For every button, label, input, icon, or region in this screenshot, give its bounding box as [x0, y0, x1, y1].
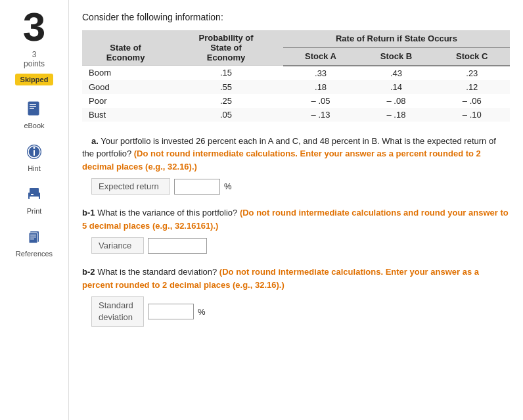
table-row: Good.55.18.14.12 [82, 80, 510, 94]
question-b2-label: b-2 [82, 267, 95, 277]
question-b2-body: What is the standard deviation? [97, 267, 219, 277]
data-table: State ofEconomy Probability ofState ofEc… [82, 30, 510, 122]
question-b1-body: What is the variance of this portfolio? [97, 208, 240, 218]
std-dev-input[interactable] [148, 304, 194, 319]
th-rate: Rate of Return if State Occurs [283, 30, 510, 47]
ebook-label: eBook [24, 122, 44, 129]
svg-rect-15 [30, 237, 36, 237]
main-content: Consider the following information: Stat… [69, 0, 523, 420]
variance-label: Variance [91, 237, 144, 254]
references-label: References [16, 250, 53, 258]
expected-return-label: Expected return [91, 178, 170, 195]
print-icon [24, 184, 45, 205]
expected-return-percent: % [224, 181, 232, 191]
question-b2-text: b-2 What is the standard deviation? (Do … [82, 266, 510, 291]
sidebar-item-references[interactable]: References [16, 227, 53, 258]
th-stock-c: Stock C [434, 47, 510, 65]
svg-rect-10 [30, 197, 39, 201]
th-stock-a: Stock A [283, 47, 359, 65]
th-stock-b: Stock B [358, 47, 434, 65]
svg-rect-14 [30, 235, 36, 235]
sidebar-item-hint[interactable]: Hint [24, 141, 45, 172]
svg-rect-8 [30, 188, 39, 193]
svg-rect-11 [31, 194, 34, 195]
intro-text: Consider the following information: [82, 12, 510, 22]
question-b1-answer-row: Variance [91, 237, 510, 254]
svg-rect-13 [29, 233, 37, 243]
variance-input[interactable] [148, 238, 207, 254]
table-row: Bust.05– .13– .18– .10 [82, 108, 510, 122]
table-row: Boom.15.33.43.23 [82, 66, 510, 80]
hint-label: Hint [28, 164, 41, 172]
svg-rect-7 [34, 150, 35, 156]
svg-rect-1 [30, 104, 36, 105]
copy-icon [24, 227, 45, 248]
sidebar-item-ebook[interactable]: eBook [24, 99, 45, 129]
table-row: Poor.25– .05– .08– .06 [82, 94, 510, 108]
hint-icon [24, 141, 45, 162]
svg-rect-16 [30, 239, 34, 239]
points-label: 3 [32, 50, 37, 59]
svg-rect-3 [30, 108, 34, 109]
question-b1-label: b-1 [82, 208, 95, 218]
sidebar-item-print[interactable]: Print [24, 184, 45, 215]
question-a-block: a. Your portfolio is invested 26 percent… [82, 135, 510, 195]
th-state: State ofEconomy [82, 30, 169, 66]
skipped-badge: Skipped [15, 74, 54, 85]
question-b2-answer-row: Standarddeviation % [91, 296, 510, 327]
sidebar: 3 3 points Skipped eBook [0, 0, 69, 420]
question-b1-text: b-1 What is the variance of this portfol… [82, 206, 510, 232]
svg-rect-2 [30, 106, 36, 107]
question-b1-block: b-1 What is the variance of this portfol… [82, 206, 510, 254]
book-icon [24, 99, 45, 120]
question-a-answer-row: Expected return % [91, 178, 510, 195]
th-prob: Probability ofState ofEconomy [169, 30, 283, 66]
expected-return-input[interactable] [174, 179, 220, 195]
question-a-text: a. Your portfolio is invested 26 percent… [82, 135, 510, 174]
print-label: Print [27, 207, 42, 215]
svg-point-6 [34, 147, 35, 149]
question-a-label: a. [91, 136, 99, 146]
question-b2-block: b-2 What is the standard deviation? (Do … [82, 266, 510, 327]
question-number: 3 [23, 7, 45, 47]
std-dev-percent: % [198, 307, 206, 317]
std-dev-label: Standarddeviation [91, 296, 144, 327]
question-a-instruction: (Do not round intermediate calculations.… [82, 149, 481, 172]
points-sub: points [24, 59, 45, 68]
